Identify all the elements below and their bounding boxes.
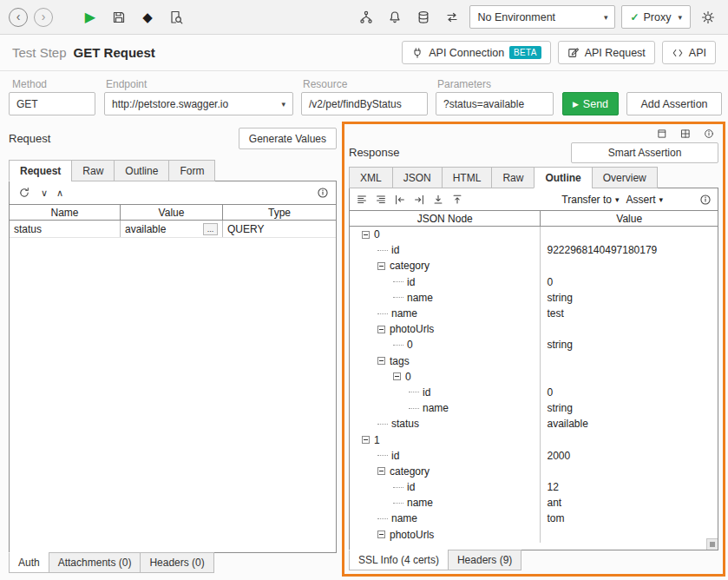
json-tree-row[interactable]: nameant [350, 495, 718, 511]
chevron-up-icon[interactable]: ∧ [56, 188, 63, 198]
json-tree-row[interactable]: namestring [350, 400, 718, 416]
scroll-bottom-icon[interactable] [432, 194, 444, 206]
collapse-toggle-icon[interactable] [377, 531, 385, 538]
json-node-cell[interactable]: name [350, 511, 541, 526]
response-bottom-tab-headers-9[interactable]: Headers (9) [448, 550, 521, 570]
json-node-cell[interactable]: photoUrls [350, 321, 541, 337]
json-node-cell[interactable]: category [350, 464, 541, 479]
json-node-value[interactable]: string [541, 339, 718, 351]
json-tree-row[interactable]: 0string [350, 337, 718, 353]
transfer-button[interactable] [441, 6, 463, 29]
json-tree-row[interactable]: tags [350, 353, 718, 369]
scroll-top-icon[interactable] [451, 194, 463, 206]
json-node-value[interactable]: 0 [541, 386, 718, 399]
column-header-value[interactable]: Value [121, 205, 223, 220]
response-tab-raw[interactable]: Raw [491, 167, 535, 188]
column-header-json-node[interactable]: JSON Node [350, 211, 541, 226]
json-tree-row[interactable]: 0 [350, 227, 718, 242]
proxy-button[interactable]: ✓ Proxy ▾ [621, 5, 691, 29]
format-lines-icon[interactable] [356, 194, 368, 206]
json-tree-row[interactable]: photoUrls [350, 527, 718, 543]
param-value-cell[interactable]: available... [121, 221, 223, 237]
parameters-field[interactable]: ?status=available [436, 92, 554, 115]
collapse-left-icon[interactable] [394, 194, 406, 206]
json-node-cell[interactable]: id [350, 274, 541, 290]
json-tree-row[interactable]: id2000 [350, 448, 718, 464]
response-tab-overview[interactable]: Overview [592, 167, 658, 188]
request-tab-raw[interactable]: Raw [71, 160, 115, 181]
json-tree-row[interactable]: nametom [350, 511, 718, 526]
json-tree-row[interactable]: photoUrls [350, 321, 718, 337]
run-button[interactable]: ▶ [79, 6, 102, 29]
json-node-value[interactable]: 9222968140497180179 [541, 244, 718, 256]
json-node-cell[interactable]: 0 [350, 227, 541, 242]
refresh-button[interactable] [16, 185, 32, 201]
request-bottom-tab-headers-0[interactable]: Headers (0) [140, 552, 213, 573]
scrollbar-corner[interactable] [706, 538, 718, 550]
json-node-value[interactable]: 0 [541, 276, 718, 288]
json-node-cell[interactable]: category [350, 258, 541, 274]
json-node-cell[interactable]: name [350, 306, 541, 321]
response-tab-json[interactable]: JSON [392, 167, 443, 188]
json-tree-row[interactable]: namestring [350, 290, 718, 306]
json-node-cell[interactable]: name [350, 400, 541, 416]
request-param-row[interactable]: statusavailable...QUERY [10, 221, 336, 238]
request-bottom-tab-attachments-0[interactable]: Attachments (0) [49, 552, 141, 573]
value-more-button[interactable]: ... [203, 223, 218, 235]
inspect-request-button[interactable] [165, 6, 187, 29]
json-node-cell[interactable]: status [350, 416, 541, 432]
json-tree-row[interactable]: id9222968140497180179 [350, 242, 718, 258]
response-tab-outline[interactable]: Outline [534, 167, 592, 188]
json-node-value[interactable]: ant [541, 497, 718, 509]
json-tree-row[interactable]: category [350, 258, 718, 274]
json-node-value[interactable]: tom [541, 512, 718, 524]
json-node-value[interactable]: 2000 [541, 450, 718, 462]
json-node-cell[interactable]: id [350, 242, 541, 258]
response-tab-html[interactable]: HTML [442, 167, 493, 188]
back-button[interactable]: ‹ [9, 8, 28, 27]
collapse-toggle-icon[interactable] [377, 467, 385, 475]
data-button[interactable] [412, 6, 435, 29]
json-tree-row[interactable]: 1 [350, 432, 718, 447]
json-node-value[interactable]: string [541, 292, 718, 304]
request-bottom-tab-auth[interactable]: Auth [9, 552, 49, 573]
collapse-toggle-icon[interactable] [377, 326, 385, 333]
response-tab-xml[interactable]: XML [349, 167, 393, 188]
json-node-cell[interactable]: id [350, 385, 541, 400]
chevron-down-icon[interactable]: ∨ [41, 188, 48, 198]
generate-values-button[interactable]: Generate Values [239, 128, 337, 149]
save-button[interactable] [108, 6, 130, 29]
collapse-toggle-icon[interactable] [377, 262, 385, 270]
environment-dropdown[interactable]: No Environment ▾ [469, 5, 615, 29]
method-field[interactable]: GET [9, 92, 95, 115]
collapse-toggle-icon[interactable] [362, 231, 370, 239]
collapse-toggle-icon[interactable] [393, 372, 401, 380]
git-button[interactable] [355, 6, 377, 29]
json-node-cell[interactable]: photoUrls [350, 527, 541, 543]
json-node-cell[interactable]: id [350, 479, 541, 495]
param-name-cell[interactable]: status [10, 221, 121, 237]
json-node-cell[interactable]: 0 [350, 337, 541, 353]
settings-button[interactable] [697, 6, 719, 29]
request-tab-request[interactable]: Request [9, 160, 72, 181]
response-bottom-tab-ssl-info-4-certs[interactable]: SSL Info (4 certs) [349, 550, 449, 570]
json-node-cell[interactable]: 1 [350, 432, 541, 447]
json-node-value[interactable]: string [541, 402, 718, 414]
request-tab-outline[interactable]: Outline [114, 160, 169, 181]
json-tree-row[interactable]: id0 [350, 385, 718, 400]
open-in-window-button[interactable] [654, 126, 670, 142]
param-type-cell[interactable]: QUERY [223, 221, 336, 237]
notifications-button[interactable] [384, 6, 406, 29]
assertion-step-button[interactable]: ◆ [136, 6, 159, 29]
assert-dropdown[interactable]: Assert ▾ [626, 194, 663, 206]
layout-grid-button[interactable] [678, 126, 693, 142]
column-header-value[interactable]: Value [541, 211, 718, 226]
indent-lines-icon[interactable] [375, 194, 387, 206]
json-node-value[interactable]: test [541, 307, 718, 320]
json-tree-row[interactable]: nametest [350, 306, 718, 321]
column-header-type[interactable]: Type [223, 205, 336, 220]
json-tree-row[interactable]: category [350, 464, 718, 479]
json-node-value[interactable]: available [541, 418, 718, 430]
endpoint-dropdown[interactable]: http://petstore.swagger.io ▾ [104, 92, 293, 115]
json-node-cell[interactable]: tags [350, 353, 541, 369]
